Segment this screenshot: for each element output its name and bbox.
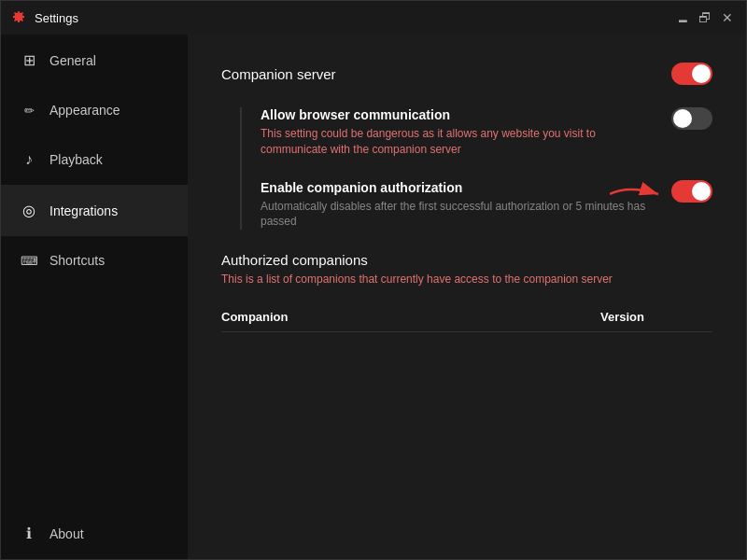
sidebar-item-playback[interactable]: ♪ Playback bbox=[1, 134, 188, 185]
allow-browser-toggle-knob bbox=[673, 109, 692, 128]
allow-browser-desc: This setting could be dangerous as it al… bbox=[261, 126, 653, 158]
sidebar-item-label-shortcuts: Shortcuts bbox=[49, 253, 105, 268]
companions-table-header: Companion Version bbox=[221, 302, 712, 332]
authorized-desc: This is a list of companions that curren… bbox=[221, 272, 712, 287]
sidebar: ⊞ General ✏ Appearance ♪ Playback ◎ Inte… bbox=[1, 35, 188, 559]
restore-button[interactable]: 🗗 bbox=[698, 10, 712, 25]
col-companion-header: Companion bbox=[221, 310, 600, 324]
annotation-arrow bbox=[610, 180, 666, 208]
window-title: Settings bbox=[35, 11, 78, 25]
enable-auth-desc: Automatically disables after the first s… bbox=[261, 199, 653, 231]
title-bar-controls: 🗕 🗗 ✕ bbox=[675, 10, 735, 25]
integrations-icon: ◎ bbox=[20, 202, 38, 219]
enable-auth-item: Enable companion authorization Automatic… bbox=[261, 180, 712, 231]
sidebar-item-shortcuts[interactable]: ⌨ Shortcuts bbox=[1, 236, 188, 285]
sidebar-item-label-integrations: Integrations bbox=[49, 203, 118, 218]
sidebar-item-label-about: About bbox=[49, 526, 84, 541]
title-bar: Settings 🗕 🗗 ✕ bbox=[1, 1, 746, 35]
toggle-knob bbox=[692, 64, 711, 83]
playback-icon: ♪ bbox=[20, 151, 38, 168]
companion-server-toggle[interactable] bbox=[671, 63, 712, 85]
companion-server-row: Companion server bbox=[221, 63, 712, 85]
allow-browser-toggle[interactable] bbox=[671, 107, 712, 130]
main-layout: ⊞ General ✏ Appearance ♪ Playback ◎ Inte… bbox=[1, 35, 746, 559]
appearance-icon: ✏ bbox=[20, 104, 38, 118]
allow-browser-text: Allow browser communication This setting… bbox=[261, 107, 653, 158]
sub-settings: Allow browser communication This setting… bbox=[240, 107, 712, 230]
sidebar-item-label-appearance: Appearance bbox=[49, 103, 120, 118]
enable-auth-toggle-knob bbox=[692, 182, 711, 201]
enable-auth-toggle[interactable] bbox=[671, 180, 712, 203]
allow-browser-item: Allow browser communication This setting… bbox=[261, 107, 712, 158]
col-version-header: Version bbox=[600, 310, 712, 324]
about-icon: ℹ bbox=[20, 525, 38, 542]
enable-auth-label: Enable companion authorization bbox=[261, 180, 653, 195]
sidebar-item-label-playback: Playback bbox=[49, 152, 103, 167]
content-panel: Companion server Allow browser communica… bbox=[188, 35, 746, 559]
companion-server-title: Companion server bbox=[221, 66, 336, 82]
allow-browser-label: Allow browser communication bbox=[261, 107, 653, 122]
sidebar-item-about[interactable]: ℹ About bbox=[1, 508, 188, 559]
settings-window: Settings 🗕 🗗 ✕ ⊞ General ✏ Appearance ♪ … bbox=[0, 0, 747, 560]
sidebar-item-general[interactable]: ⊞ General bbox=[1, 35, 188, 86]
authorized-title: Authorized companions bbox=[221, 252, 712, 268]
title-bar-left: Settings bbox=[12, 10, 78, 25]
shortcuts-icon: ⌨ bbox=[20, 254, 38, 268]
sidebar-spacer bbox=[1, 285, 188, 508]
sidebar-item-integrations[interactable]: ◎ Integrations bbox=[1, 185, 188, 236]
gear-icon bbox=[12, 10, 27, 25]
authorized-section: Authorized companions This is a list of … bbox=[221, 252, 712, 332]
sidebar-item-appearance[interactable]: ✏ Appearance bbox=[1, 86, 188, 134]
minimize-button[interactable]: 🗕 bbox=[675, 10, 690, 25]
close-button[interactable]: ✕ bbox=[720, 10, 735, 25]
general-icon: ⊞ bbox=[20, 51, 38, 69]
enable-auth-text: Enable companion authorization Automatic… bbox=[261, 180, 653, 231]
sidebar-item-label-general: General bbox=[49, 53, 96, 68]
